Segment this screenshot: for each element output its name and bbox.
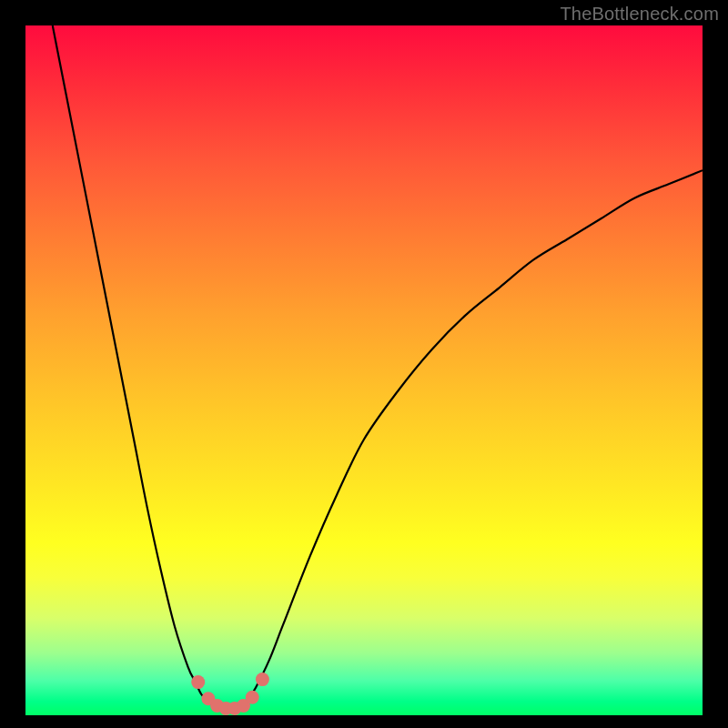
watermark-text: TheBottleneck.com [560,4,719,25]
valley-dots [191,672,269,715]
valley-dot [246,691,259,704]
chart-frame [25,25,703,715]
valley-dot [256,672,269,686]
valley-dot [191,675,205,689]
bottleneck-curve [25,25,703,715]
curve-path [53,25,703,709]
